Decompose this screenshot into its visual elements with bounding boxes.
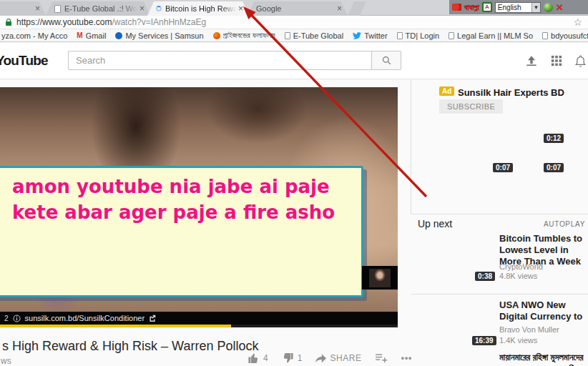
upnext-item-channel[interactable]: CryptoWorld (499, 262, 543, 271)
more-button[interactable]: ••• (401, 353, 413, 363)
upnext-title: Up next (418, 218, 452, 229)
bookmark-item[interactable]: TD| Login (397, 31, 440, 40)
bell-icon (575, 55, 586, 67)
tab-close-icon[interactable]: × (335, 4, 344, 13)
view-count-fragment: ws (1, 356, 11, 366)
url-text[interactable]: https://www.youtube.com/watch?v=IAnhHnMz… (16, 17, 206, 27)
external-link-icon (149, 315, 156, 322)
like-button[interactable]: 4 (248, 352, 268, 364)
like-count: 4 (263, 353, 268, 363)
duration-badge: 0:38 (475, 272, 495, 281)
upload-button[interactable] (524, 55, 539, 69)
tab-close-icon[interactable]: × (236, 4, 245, 13)
upnext-item-title[interactable]: USA NWO New Digital Currency to be Relea… (499, 300, 588, 324)
sidebar-divider (411, 80, 411, 214)
doc-icon (542, 32, 548, 39)
ad-countdown: 2 (4, 315, 9, 322)
video-progress-bar[interactable] (0, 325, 398, 327)
info-icon (13, 315, 21, 322)
upload-icon (524, 55, 539, 66)
video-player[interactable]: amon youtube nia jabe ai paje kete abar … (0, 87, 398, 327)
apps-grid-icon (551, 55, 562, 66)
share-button[interactable]: SHARE (315, 353, 361, 363)
duration-badge: 0:07 (544, 163, 564, 172)
tab-label: Google (256, 4, 335, 13)
loading-spinner-icon (156, 6, 162, 11)
secure-padlock-icon[interactable] (6, 21, 11, 26)
doc-icon (285, 32, 290, 39)
apps-grid-button[interactable] (551, 55, 562, 69)
browser-tab-partial[interactable]: × (0, 1, 46, 16)
youtube-header: YouTube (0, 43, 588, 79)
ad-badge: Ad (439, 86, 454, 96)
dislike-button[interactable]: 1 (282, 352, 303, 364)
url-host: https://www.youtube.com (16, 17, 112, 27)
new-tab-button[interactable] (348, 1, 366, 16)
ad-advertiser-title[interactable]: Sunsilk Hair Experts BD (458, 87, 564, 98)
bookmark-item-gmail[interactable]: MGmail (77, 31, 106, 40)
duration-badge: 0:07 (493, 163, 513, 172)
video-title: s High Reward & High Risk – Warren Pollo… (2, 339, 258, 354)
chevron-down-icon[interactable]: ▼ (531, 3, 540, 12)
twitter-bird-icon (353, 32, 361, 39)
thumb-down-icon (282, 352, 294, 364)
bookmark-item[interactable]: My Services | Samsun (115, 31, 203, 40)
notifications-button[interactable] (575, 55, 586, 70)
presenter-face (369, 269, 391, 287)
translator-logo-icon (452, 4, 461, 11)
upnext-item-channel[interactable]: Bravo Von Muller (499, 325, 559, 334)
duration-badge: 16:39 (472, 336, 496, 345)
bookmark-item[interactable]: E-Tube Global (285, 31, 344, 40)
translator-go-button[interactable] (544, 3, 553, 12)
bookmark-star-icon[interactable]: ☆ (573, 16, 582, 28)
bookmarks-bar: yza.com - My Acco MGmail My Services | S… (0, 29, 588, 42)
upnext-item-views: 1.4K views (499, 336, 537, 345)
gmail-icon: M (77, 31, 82, 39)
autoplay-label[interactable]: AUTOPLAY (544, 220, 585, 228)
doc-icon (397, 32, 403, 39)
save-button[interactable] (376, 353, 388, 363)
bookmark-item[interactable]: yza.com - My Acco (1, 31, 67, 40)
add-to-playlist-icon (376, 353, 388, 363)
annotation-text-line2: kete abar ager paje a fire asho (12, 200, 361, 226)
bookmark-item[interactable]: Legal Earn || MLM So (449, 31, 533, 40)
duration-badge: 0:12 (544, 134, 564, 143)
search-icon (381, 55, 392, 66)
ad-link[interactable]: sunsilk.com.bd/SunsilkConditioner (25, 314, 145, 322)
search-button[interactable] (371, 51, 401, 70)
tab-close-icon[interactable]: × (137, 4, 147, 13)
url-path: /watch?v=IAnhHnMzaEg (112, 17, 206, 27)
annotation-overlay: amon youtube nia jabe ai paje kete abar … (0, 166, 363, 297)
prizebond-icon (213, 32, 220, 39)
translator-close-icon[interactable]: ✕ (556, 3, 564, 12)
search-input[interactable] (68, 51, 371, 70)
translator-toolbar: বাযাল্লা A English ▼ ✕ (449, 0, 588, 14)
tab-close-icon[interactable]: × (33, 4, 42, 13)
browser-tab-etube[interactable]: E-Tube Global .:! Works × (46, 1, 150, 16)
share-label: SHARE (330, 353, 361, 363)
page-favicon-icon (54, 5, 61, 13)
divider (411, 214, 588, 214)
translator-title: বাযাল্লা (464, 3, 479, 12)
tab-label: E-Tube Global .:! Works (64, 4, 137, 13)
bookmark-item[interactable]: প্রাইজবন্ডের ফলাফলস (213, 31, 275, 40)
video-actions: 4 1 SHARE ••• (248, 352, 412, 364)
bookmark-item-twitter[interactable]: Twitter (353, 31, 387, 40)
thumb-up-icon (248, 352, 260, 364)
browser-tab-google[interactable]: Google × (248, 1, 348, 16)
divider (411, 294, 588, 295)
language-select[interactable]: English ▼ (495, 2, 541, 13)
youtube-logo[interactable]: YouTube (0, 53, 48, 69)
translator-flag-icon[interactable]: A (482, 2, 492, 12)
doc-icon (449, 32, 454, 39)
tab-label: Bitcoin is High Rewar (165, 4, 236, 13)
ad-info-bar: 2 sunsilk.com.bd/SunsilkConditioner (0, 312, 398, 325)
bookmark-item[interactable]: bdyousufctg.blogspo (542, 31, 588, 40)
samsung-services-icon (115, 32, 122, 39)
upnext-item-title[interactable]: মায়ানমারের রহিঙ্গা মুসলমানদের জন্য কেমন… (499, 352, 588, 366)
progress-fill (0, 325, 231, 327)
browser-tab-bitcoin-active[interactable]: Bitcoin is High Rewar × (147, 1, 249, 16)
webcam-inset-video (362, 266, 398, 290)
subscribe-button[interactable]: SUBSCRIBE (439, 99, 503, 114)
address-bar[interactable]: https://www.youtube.com/watch?v=IAnhHnMz… (0, 16, 588, 29)
